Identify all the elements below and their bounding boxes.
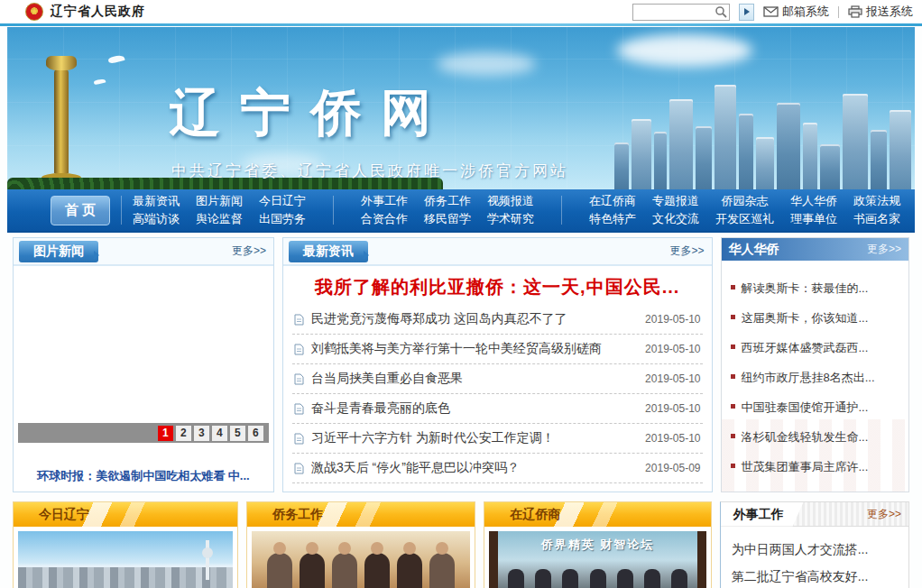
banner: 辽宁侨网 中共辽宁省委、辽宁省人民政府唯一涉侨官方网站 — [7, 27, 915, 189]
news-link[interactable]: 奋斗是青春最亮丽的底色 — [311, 400, 638, 417]
photo-news-more-link[interactable]: 更多>> — [232, 243, 266, 259]
nav-link[interactable]: 出国劳务 — [259, 210, 306, 228]
search-submit-button[interactable] — [739, 4, 754, 21]
document-icon — [294, 314, 304, 326]
nav-link[interactable]: 开发区巡礼 — [715, 210, 774, 228]
carousel-page-button[interactable]: 3 — [194, 426, 209, 441]
site-name-link[interactable]: 辽宁省人民政府 — [51, 4, 145, 20]
person-art — [332, 553, 357, 588]
nav-divider — [561, 196, 562, 225]
carousel-page-button[interactable]: 4 — [212, 426, 227, 441]
news-link[interactable]: 刘鹤抵美将与美方举行第十一轮中美经贸高级别磋商 — [311, 341, 638, 357]
person-art — [429, 553, 455, 588]
overseas-title: 华人华侨 — [729, 242, 779, 258]
banner-title: 辽宁侨网 — [170, 79, 451, 148]
overseas-link[interactable]: 这届奥斯卡，你该知道... — [731, 310, 902, 326]
today-liaoning-photo[interactable] — [18, 531, 233, 588]
nav-link[interactable]: 侨园杂志 — [715, 192, 774, 210]
nav-link[interactable]: 政策法规 — [853, 192, 900, 210]
qiao-merchants-title: 在辽侨商 — [510, 507, 560, 523]
nav-link[interactable]: 移民留学 — [424, 210, 471, 228]
overseas-link[interactable]: 解读奥斯卡：获最佳的... — [731, 280, 902, 297]
news-link[interactable]: 习近平十六字方针 为新时代公安工作定调！ — [311, 430, 638, 446]
main-content: 图片新闻 更多>> 1 2 3 4 5 6 环球时报：美欲遏制中国吃相太难看 中… — [13, 237, 909, 492]
nav-link[interactable]: 最新资讯 — [133, 192, 180, 210]
news-date: 2019-05-10 — [645, 313, 700, 326]
forum-banner-text: 侨界精英 财智论坛 — [489, 537, 705, 553]
mail-system-link[interactable]: 邮箱系统 — [763, 4, 829, 20]
nav-link[interactable]: 舆论监督 — [196, 210, 243, 228]
nav-group: 专题报道 文化交流 — [652, 192, 699, 228]
news-item[interactable]: 民进党竟污蔑侮辱郑成功 这回岛内真忍不了了 2019-05-10 — [292, 305, 703, 335]
nav-link[interactable]: 视频报道 — [487, 192, 534, 210]
foreign-affairs-more-link[interactable]: 更多>> — [867, 507, 901, 522]
bottom-sections: 今日辽宁 侨务工作 在辽侨商 侨界精英 财智论坛 外事工作 更多>> — [13, 501, 909, 588]
national-emblem-logo: ★ — [25, 3, 43, 21]
nav-link[interactable]: 专题报道 — [652, 192, 699, 210]
nav-link[interactable]: 理事单位 — [790, 210, 837, 228]
document-icon — [294, 463, 304, 474]
qiaowu-work-title: 侨务工作 — [272, 507, 323, 523]
qiaowu-work-photo[interactable] — [252, 531, 470, 588]
nav-link[interactable]: 文化交流 — [652, 210, 699, 228]
document-icon — [294, 344, 304, 355]
overseas-chinese-section: 华人华侨 更多>> 解读奥斯卡：获最佳的... 这届奥斯卡，你该知道... 西班… — [721, 237, 910, 492]
nav-group: 外事工作 合资合作 — [361, 192, 408, 228]
news-date: 2019-05-10 — [645, 343, 700, 355]
news-item[interactable]: 习近平十六字方针 为新时代公安工作定调！ 2019-05-10 — [292, 424, 703, 454]
overseas-more-link[interactable]: 更多>> — [867, 242, 901, 257]
printer-icon — [848, 5, 862, 18]
nav-link[interactable]: 在辽侨商 — [589, 192, 636, 210]
news-link[interactable]: 台当局挟美自重必自食恶果 — [311, 371, 638, 387]
latest-news-more-link[interactable]: 更多>> — [669, 243, 704, 259]
nav-link[interactable]: 合资合作 — [361, 210, 408, 228]
qiao-merchants-section: 在辽侨商 侨界精英 财智论坛 — [484, 501, 711, 588]
qiao-merchants-photo[interactable]: 侨界精英 财智论坛 — [489, 531, 705, 588]
overseas-link[interactable]: 西班牙媒体盛赞武磊西... — [731, 340, 902, 356]
carousel-page-button[interactable]: 5 — [230, 426, 245, 441]
foreign-affairs-link[interactable]: 为中日两国人才交流搭... — [732, 536, 901, 563]
nav-link[interactable]: 书画名家 — [853, 210, 900, 228]
foreign-affairs-section: 外事工作 更多>> 为中日两国人才交流搭... 第二批辽宁省高校友好... — [720, 501, 909, 588]
news-item[interactable]: 刘鹤抵美将与美方举行第十一轮中美经贸高级别磋商 2019-05-10 — [292, 335, 703, 364]
nav-link[interactable]: 侨务工作 — [424, 192, 471, 210]
photo-news-carousel[interactable]: 1 2 3 4 5 6 — [18, 270, 269, 464]
nav-link[interactable]: 今日辽宁 — [259, 192, 306, 210]
carousel-caption-link[interactable]: 环球时报：美欲遏制中国吃相太难看 中... — [14, 464, 273, 492]
today-liaoning-section: 今日辽宁 — [13, 501, 238, 588]
foreign-affairs-list: 为中日两国人才交流搭... 第二批辽宁省高校友好... — [721, 527, 908, 588]
person-art — [364, 553, 390, 588]
news-link[interactable]: 激战3天后 “停火”能平息巴以冲突吗？ — [311, 460, 638, 476]
nav-group: 今日辽宁 出国劳务 — [259, 192, 306, 228]
main-nav: 首 页 最新资讯 高端访谈 图片新闻 舆论监督 今日辽宁 出国劳务 外事工作 合… — [7, 189, 915, 233]
news-item[interactable]: 奋斗是青春最亮丽的底色 2019-05-10 — [292, 394, 703, 424]
carousel-page-button[interactable]: 6 — [248, 426, 263, 441]
nav-link[interactable]: 华人华侨 — [790, 192, 837, 210]
search-icon — [715, 5, 727, 18]
nav-link[interactable]: 特色特产 — [589, 210, 636, 228]
report-system-link[interactable]: 报送系统 — [848, 4, 913, 20]
news-item[interactable]: 激战3天后 “停火”能平息巴以冲突吗？ 2019-05-09 — [292, 454, 703, 483]
cloud-art — [617, 34, 752, 67]
latest-news-title: 最新资讯 — [289, 241, 368, 262]
nav-link[interactable]: 高端访谈 — [133, 210, 180, 228]
nav-home-button[interactable]: 首 页 — [51, 196, 110, 225]
overseas-link[interactable]: 洛杉矶金线轻轨发生命... — [731, 429, 902, 446]
foreign-affairs-link[interactable]: 第二批辽宁省高校友好... — [732, 563, 901, 588]
nav-link[interactable]: 学术研究 — [487, 210, 534, 228]
headline-link[interactable]: 我所了解的利比亚撤侨：这一天,中国公民... — [283, 266, 712, 305]
envelope-icon — [763, 6, 779, 17]
news-item[interactable]: 台当局挟美自重必自食恶果 2019-05-10 — [292, 364, 703, 394]
foreign-affairs-title: 外事工作 — [721, 502, 804, 527]
overseas-link[interactable]: 中国驻泰国使馆开通护... — [731, 400, 902, 416]
nav-link[interactable]: 图片新闻 — [196, 192, 243, 210]
carousel-page-button[interactable]: 1 — [158, 426, 173, 441]
nav-group: 图片新闻 舆论监督 — [196, 192, 243, 228]
carousel-page-button[interactable]: 2 — [176, 426, 191, 441]
overseas-link[interactable]: 世茂集团董事局主席许... — [731, 459, 902, 475]
nav-link[interactable]: 外事工作 — [361, 192, 408, 210]
tv-tower-art — [206, 540, 209, 580]
nav-group: 华人华侨 理事单位 — [790, 192, 837, 228]
overseas-link[interactable]: 纽约市政厅悬挂8名杰出... — [731, 370, 902, 386]
news-link[interactable]: 民进党竟污蔑侮辱郑成功 这回岛内真忍不了了 — [311, 311, 638, 327]
